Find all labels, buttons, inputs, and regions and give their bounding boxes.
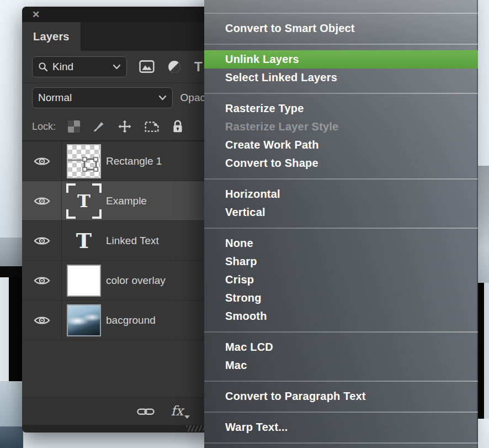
eye-icon — [34, 235, 50, 246]
visibility-toggle[interactable] — [22, 141, 62, 181]
canvas-background-left — [0, 0, 23, 448]
menu-section-smart-object: Convert to Smart Object — [204, 14, 478, 44]
menu-item-convert-to-paragraph-text[interactable]: Convert to Paragraph Text — [204, 387, 478, 405]
panel-tab-bar: Layers — [22, 22, 205, 51]
layer-context-menu: Convert to Smart Object Unlink Layers Se… — [204, 0, 478, 448]
visibility-toggle[interactable] — [22, 181, 62, 220]
eye-icon — [34, 315, 50, 326]
layer-row-rectangle-1[interactable]: Rectangle 1 — [22, 141, 205, 181]
tab-bar-spacer — [81, 22, 205, 51]
layer-name: Example — [106, 195, 147, 207]
eye-icon — [34, 156, 50, 167]
menu-item-sharp[interactable]: Sharp — [204, 252, 478, 271]
layer-name: bacground — [106, 314, 156, 326]
menu-item-mac-lcd[interactable]: Mac LCD — [204, 338, 478, 356]
menu-section-antialias: None Sharp Crisp Strong Smooth — [204, 229, 478, 331]
menu-item-horizontal[interactable]: Horizontal — [204, 185, 478, 203]
layer-style-fx-button[interactable]: fx — [171, 404, 190, 419]
menu-item-mac[interactable]: Mac — [204, 356, 478, 375]
canvas-letter-crossbar — [0, 266, 23, 277]
adjustment-layer-filter-icon[interactable] — [168, 60, 181, 73]
filter-row: Kind T — [22, 51, 205, 83]
type-layer-thumbnail: T — [67, 225, 101, 257]
chevron-down-icon — [158, 95, 167, 101]
fill-layer-thumbnail — [67, 265, 101, 297]
visibility-toggle[interactable] — [22, 221, 62, 260]
lock-pixels-brush-icon[interactable] — [92, 120, 105, 133]
fx-icon: fx — [171, 404, 183, 418]
close-icon[interactable]: ✕ — [32, 10, 40, 19]
menu-item-rasterize-type[interactable]: Rasterize Type — [204, 99, 478, 118]
panel-bottom-edge — [22, 425, 205, 433]
canvas-right-sky — [477, 0, 489, 166]
visibility-toggle[interactable] — [22, 301, 62, 340]
menu-clipped-item-top — [204, 0, 478, 13]
type-layer-selected-thumbnail: T — [66, 183, 102, 219]
type-layer-filter-icon[interactable]: T — [194, 60, 203, 73]
layer-row-linked-text[interactable]: T Linked Text — [22, 221, 205, 261]
menu-section-warp: Warp Text... — [204, 413, 478, 442]
layer-thumbnail[interactable]: T — [62, 181, 106, 220]
layer-name: color overlay — [106, 275, 166, 287]
chevron-down-icon — [113, 64, 121, 70]
menu-item-unlink-layers[interactable]: Unlink Layers — [204, 50, 478, 68]
shape-path-icon — [68, 145, 100, 177]
menu-item-vertical[interactable]: Vertical — [204, 203, 478, 222]
canvas-right-waterfall — [477, 166, 489, 283]
layer-thumbnail[interactable]: T — [62, 221, 106, 260]
layer-thumbnail[interactable] — [62, 301, 106, 340]
filter-type-icons: T — [139, 60, 203, 73]
link-layers-icon[interactable] — [137, 407, 155, 417]
panel-resize-grip[interactable] — [187, 425, 204, 431]
menu-section-mac: Mac LCD Mac — [204, 333, 478, 381]
layer-thumbnail[interactable] — [62, 261, 106, 300]
image-layer-thumbnail — [67, 304, 101, 336]
menu-item-strong[interactable]: Strong — [204, 289, 478, 307]
canvas-waterfall-sky — [0, 0, 23, 238]
menu-section-orientation: Horizontal Vertical — [204, 180, 478, 228]
menu-item-none[interactable]: None — [204, 234, 478, 252]
kind-filter-dropdown[interactable]: Kind — [32, 56, 127, 77]
eye-icon — [34, 275, 50, 286]
menu-item-smooth[interactable]: Smooth — [204, 307, 478, 325]
layer-row-example[interactable]: T Example — [22, 181, 205, 221]
canvas-background-right — [477, 0, 489, 448]
layers-panel: ✕ Layers Kind T — [22, 7, 205, 433]
visibility-toggle[interactable] — [22, 261, 62, 300]
selection-brackets-icon — [66, 183, 102, 219]
opacity-label: Opac — [180, 92, 205, 104]
lock-position-move-icon[interactable] — [118, 119, 132, 134]
blend-mode-select[interactable]: Normal — [32, 87, 173, 108]
layer-list: Rectangle 1 T Example — [22, 141, 205, 340]
type-thumbnail-letter: T — [76, 228, 92, 253]
layer-row-color-overlay[interactable]: color overlay — [22, 261, 205, 301]
lock-artboard-icon[interactable] — [144, 120, 160, 133]
menu-item-select-linked-layers[interactable]: Select Linked Layers — [204, 68, 478, 87]
layer-thumbnail[interactable] — [62, 141, 106, 181]
pixel-layer-filter-icon[interactable] — [139, 60, 155, 73]
tab-layers[interactable]: Layers — [22, 22, 81, 51]
canvas-rocks — [0, 238, 23, 266]
layer-row-bacground[interactable]: bacground — [22, 301, 205, 340]
blend-mode-value: Normal — [38, 92, 72, 104]
menu-section-rasterize: Rasterize Type Rasterize Layer Style Cre… — [204, 94, 478, 178]
menu-section-linking: Unlink Layers Select Linked Layers — [204, 45, 478, 93]
menu-item-warp-text[interactable]: Warp Text... — [204, 418, 478, 436]
canvas-right-low — [477, 419, 489, 448]
lock-row: Lock: — [22, 113, 205, 141]
lock-transparency-icon[interactable] — [68, 120, 80, 133]
canvas-lower-water — [0, 381, 23, 426]
lock-all-icon[interactable] — [172, 120, 184, 133]
menu-item-convert-to-smart-object[interactable]: Convert to Smart Object — [204, 19, 478, 38]
menu-item-create-work-path[interactable]: Create Work Path — [204, 136, 478, 154]
canvas-letter-stem — [9, 277, 23, 381]
menu-item-convert-to-shape[interactable]: Convert to Shape — [204, 154, 478, 172]
fx-caret-icon — [184, 415, 190, 419]
tab-layers-label: Layers — [33, 30, 70, 43]
kind-filter-value: Kind — [52, 61, 73, 73]
menu-item-crisp[interactable]: Crisp — [204, 271, 478, 289]
panel-footer: fx — [22, 397, 205, 425]
eye-icon — [34, 196, 50, 207]
blend-mode-row: Normal Opac — [22, 83, 205, 113]
search-icon — [38, 62, 48, 72]
